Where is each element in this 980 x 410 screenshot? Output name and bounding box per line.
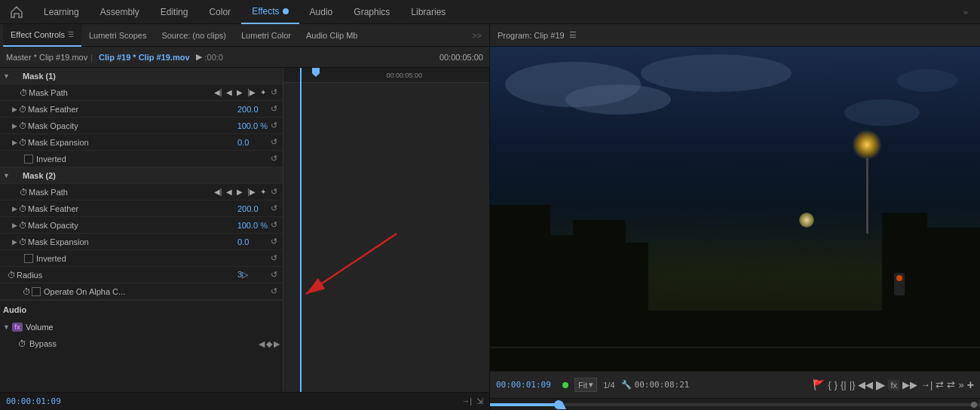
bypass-prev[interactable]: ◀ [259, 339, 265, 349]
mask2-opacity-stopwatch[interactable]: ⏱ [17, 220, 28, 231]
step-fwd-icon[interactable]: |} [850, 379, 856, 390]
mark-in-icon[interactable]: { [828, 379, 831, 390]
bypass-stopwatch[interactable]: ⏱ [18, 339, 26, 348]
mask2-expansion-stopwatch[interactable]: ⏱ [17, 237, 28, 247]
overflow-btn[interactable]: » [958, 379, 963, 390]
nav-learning[interactable]: Learning [33, 0, 90, 24]
mask1-expand-icon[interactable]: ▼ [3, 72, 12, 80]
mask1-path-reset[interactable]: ↺ [268, 87, 280, 99]
radius-reset[interactable]: ↺ [268, 269, 280, 281]
mask2-feather-reset[interactable]: ↺ [268, 203, 280, 215]
mask1-opacity-reset[interactable]: ↺ [268, 120, 280, 132]
mask2-prev[interactable]: ◀ [225, 188, 234, 196]
mask1-next[interactable]: ▶ [235, 88, 244, 96]
clip-name-label[interactable]: Clip #19 * Clip #19.mov [99, 53, 189, 62]
mask2-next[interactable]: ▶ [235, 188, 244, 196]
tab-audio-clip[interactable]: Audio Clip Mb [299, 24, 365, 47]
mask2-feather-stopwatch[interactable]: ⏱ [17, 203, 28, 214]
scrubber-bar[interactable] [490, 398, 980, 410]
mask1-add-keyframe[interactable]: ✦ [259, 88, 268, 96]
operate-alpha-reset[interactable]: ↺ [268, 286, 280, 298]
operate-alpha-stopwatch[interactable]: ⏱ [21, 286, 32, 297]
mask2-expansion-value[interactable]: 0.0 [237, 237, 268, 246]
mask1-path-stopwatch[interactable]: ⏱ [18, 87, 29, 98]
nav-libraries[interactable]: Libraries [400, 0, 456, 24]
export-icon[interactable]: ⇲ [476, 396, 483, 406]
tab-source[interactable]: Source: (no clips) [154, 24, 234, 47]
mask1-prev[interactable]: ◀ [225, 88, 234, 96]
tab-lumetri-scopes[interactable]: Lumetri Scopes [81, 24, 154, 47]
go-next-frame[interactable]: ▶▶ [902, 379, 917, 390]
mask1-go-first[interactable]: ◀| [213, 88, 224, 96]
mask1-feather-reset[interactable]: ↺ [268, 103, 280, 115]
nav-overflow[interactable]: » [957, 8, 974, 17]
mask2-feather-expand[interactable]: ▶ [12, 205, 17, 213]
fx-toggle-btn[interactable]: fx [888, 380, 899, 390]
video-preview [490, 47, 980, 371]
nav-editing[interactable]: Editing [150, 0, 199, 24]
mask2-go-last[interactable]: |▶ [246, 188, 257, 196]
mask2-inverted-checkbox[interactable] [24, 254, 33, 263]
mask2-header[interactable]: ▼ Mask (2) [0, 167, 283, 184]
marker-in-icon[interactable]: 🚩 [813, 379, 825, 390]
radius-value[interactable]: 3▷ [237, 270, 268, 280]
mask2-expansion-reset[interactable]: ↺ [268, 236, 280, 248]
tab-effect-controls[interactable]: Effect Controls ☰ [3, 24, 81, 47]
mark-out-icon[interactable]: } [835, 379, 838, 390]
insert-icon[interactable]: ⇄ [936, 379, 944, 390]
mask2-inverted-reset[interactable]: ↺ [268, 252, 280, 265]
mask2-expansion-expand[interactable]: ▶ [12, 238, 17, 246]
tab-lumetri-color[interactable]: Lumetri Color [234, 24, 299, 47]
mask1-expansion-expand[interactable]: ▶ [12, 139, 17, 146]
mask2-feather-value[interactable]: 200.0 [237, 204, 268, 213]
step-back-icon[interactable]: {| [841, 379, 847, 390]
mask1-go-last[interactable]: |▶ [246, 88, 257, 96]
mask2-opacity-reset[interactable]: ↺ [268, 219, 280, 231]
nav-graphics[interactable]: Graphics [343, 0, 400, 24]
effect-controls-menu-icon[interactable]: ☰ [68, 31, 74, 38]
nav-color[interactable]: Color [198, 0, 241, 24]
wrench-icon[interactable]: 🔧 [621, 380, 632, 390]
mask2-path-reset[interactable]: ↺ [268, 186, 280, 198]
mask1-expansion-stopwatch[interactable]: ⏱ [17, 137, 28, 148]
add-btn[interactable]: + [967, 378, 974, 392]
mask2-go-first[interactable]: ◀| [213, 188, 224, 196]
mask2-path-stopwatch[interactable]: ⏱ [18, 187, 29, 197]
home-icon[interactable] [6, 2, 27, 23]
mask1-feather-expand[interactable]: ▶ [12, 106, 17, 113]
mask1-expansion-reset[interactable]: ↺ [268, 136, 280, 148]
bypass-next[interactable]: ▶ [274, 339, 280, 349]
radius-stopwatch[interactable]: ⏱ [6, 270, 17, 280]
play-btn[interactable]: ▶ [196, 52, 202, 62]
mask2-opacity-expand[interactable]: ▶ [12, 222, 17, 229]
overwrite-icon[interactable]: ⇄ [947, 379, 955, 390]
mask1-opacity-expand[interactable]: ▶ [12, 122, 17, 130]
add-marker-icon[interactable]: →| [461, 396, 472, 406]
mask2-add-keyframe[interactable]: ✦ [259, 188, 268, 196]
mask1-expansion-value[interactable]: 0.0 [237, 138, 268, 147]
go-out-point[interactable]: →| [920, 379, 933, 390]
mask1-opacity-stopwatch[interactable]: ⏱ [17, 121, 28, 131]
fit-dropdown[interactable]: Fit ▾ [574, 378, 597, 392]
mask2-inverted-label: Inverted [36, 254, 268, 263]
mask1-feather-value[interactable]: 200.0 [237, 105, 268, 114]
mask1-feather-stopwatch[interactable]: ⏱ [17, 104, 28, 115]
mask1-opacity-value[interactable]: 100.0 % [237, 121, 268, 130]
nav-assembly[interactable]: Assembly [90, 0, 150, 24]
operate-alpha-checkbox[interactable] [32, 287, 41, 296]
mask1-header[interactable]: ▼ Mask (1) [0, 68, 283, 84]
go-prev-frame[interactable]: ◀◀ [858, 379, 873, 390]
timecode-start: :00:0 [205, 53, 223, 62]
mask1-inverted-reset[interactable]: ↺ [268, 153, 280, 165]
mask1-inverted-checkbox[interactable] [24, 155, 33, 164]
play-main-btn[interactable]: ▶ [876, 378, 885, 392]
nav-effects[interactable]: Effects [241, 0, 299, 24]
panel-tabs-overflow[interactable]: >> [467, 31, 486, 40]
mask2-opacity-value[interactable]: 100.0 % [237, 221, 268, 230]
volume-expand[interactable]: ▼ [3, 323, 12, 331]
nav-audio[interactable]: Audio [299, 0, 344, 24]
bypass-keyframe[interactable]: ◆ [266, 339, 272, 349]
mask2-expand-icon[interactable]: ▼ [3, 172, 12, 179]
program-monitor-menu[interactable]: ☰ [569, 30, 577, 40]
playhead[interactable] [300, 68, 302, 392]
